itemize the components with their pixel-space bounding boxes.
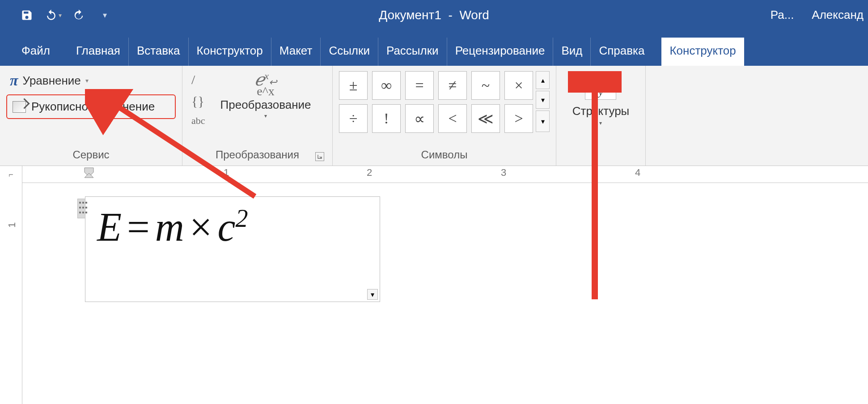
save-button[interactable] [18,6,36,24]
ruler-num-3: 3 [501,167,506,179]
symbols-scroll-up[interactable]: ▴ [536,71,550,89]
braces-button[interactable]: {} [191,94,205,109]
redo-icon [72,9,85,21]
tab-references[interactable]: Ссылки [321,38,378,66]
group-structures-label-empty [599,146,602,166]
abc-text-button[interactable]: abc [191,115,205,127]
user-name-label: Александ [812,8,864,22]
tab-file[interactable]: Файл [13,38,68,66]
symbol-greater-than[interactable]: > [504,104,533,133]
undo-dropdown-caret[interactable]: ▾ [59,12,62,19]
ruler-num-4: 4 [635,167,640,179]
symbol-times[interactable]: × [504,71,533,100]
tab-equation-design[interactable]: Конструктор [661,38,744,66]
horizontal-ruler[interactable]: 1 2 3 4 [22,166,868,183]
undo-icon [44,9,59,21]
title-bar-right: Ра... Александ [771,8,868,22]
symbol-infinity[interactable]: ∞ [372,71,401,100]
tab-layout[interactable]: Макет [271,38,321,66]
group-transformations-label: Преобразования [189,146,326,166]
fraction-icon: x y [585,71,616,100]
symbol-tilde[interactable]: ~ [471,71,500,100]
ruler-num-2: 2 [367,167,372,179]
group-structures: x y Структуры ▾ [556,66,646,166]
equation-dropdown-caret: ▾ [85,77,89,84]
vruler-num-1: 1 [6,222,18,228]
linear-slash-button[interactable]: / [191,72,205,87]
title-bar: ▾ ▾ Документ1 - Word Ра... Александ [0,0,868,30]
tab-help[interactable]: Справка [591,38,652,66]
contextual-tab-group-label: Ра... [771,8,794,22]
group-symbols-label: Символы [339,146,550,166]
structures-label: Структуры ▾ [572,104,630,126]
tab-view[interactable]: Вид [553,38,591,66]
quick-access-toolbar: ▾ ▾ [0,6,114,24]
undo-button[interactable]: ▾ [44,6,62,24]
qat-customize-button[interactable]: ▾ [96,6,114,24]
symbols-expand[interactable]: ▾ [536,111,550,132]
indent-marker[interactable] [83,166,95,181]
symbol-factorial[interactable]: ! [372,104,401,133]
symbol-plus-minus[interactable]: ± [339,71,368,100]
ruler-area: ⌐ 1 2 3 4 [0,166,868,183]
symbols-scroll-down[interactable]: ▾ [536,91,550,109]
group-transformations: / {} abc ℯx↩ e^x Преобразование ▾ Прео [182,66,333,166]
symbol-divide[interactable]: ÷ [339,104,368,133]
symbol-not-equals[interactable]: ≠ [438,71,467,100]
app-name: Word [459,8,489,22]
group-service-label: Сервис [6,146,176,166]
equation-label: Уравнение [23,74,81,88]
tab-insert[interactable]: Вставка [129,38,189,66]
convert-dropdown[interactable]: ℯx↩ e^x Преобразование ▾ [220,72,311,119]
ribbon: π Уравнение ▾ Рукописное уравнение Серви… [0,66,868,166]
symbols-grid: ± ∞ = ≠ ~ × ÷ ! ∝ < ≪ > [339,69,533,146]
tab-mailings[interactable]: Рассылки [378,38,447,66]
tab-home[interactable]: Главная [68,38,129,66]
ink-equation-button[interactable]: Рукописное уравнение [6,94,176,119]
document-area: 1 E=m×c2 ▾ [0,183,868,404]
tab-design[interactable]: Конструктор [189,38,271,66]
equation-options-button[interactable]: ▾ [367,289,378,300]
tab-review[interactable]: Рецензирование [447,38,554,66]
equation-content[interactable]: E=m×c2 [97,204,368,250]
redo-button[interactable] [70,6,88,24]
save-icon [21,9,33,21]
symbols-scroll: ▴ ▾ ▾ [536,71,550,146]
window-title: Документ1 - Word [379,8,489,22]
ink-equation-icon [13,101,26,113]
ruler-corner: ⌐ [0,166,22,183]
structures-dropdown[interactable]: x y Структуры ▾ [572,71,630,126]
symbol-equals[interactable]: = [405,71,434,100]
vertical-ruler[interactable]: 1 [0,183,22,404]
group-service: π Уравнение ▾ Рукописное уравнение Серви… [0,66,182,166]
pi-icon: π [10,72,18,89]
equation-container[interactable]: E=m×c2 ▾ [85,196,380,302]
symbol-less-than[interactable]: < [438,104,467,133]
document-name: Документ1 [379,8,441,22]
transformations-launcher[interactable] [315,152,324,161]
ruler-num-1: 1 [224,167,229,179]
convert-label: Преобразование ▾ [220,98,311,119]
ribbon-tabs: Файл Главная Вставка Конструктор Макет С… [0,30,868,66]
equation-dropdown[interactable]: π Уравнение ▾ [6,69,176,92]
equation-move-handle[interactable] [77,199,85,218]
symbol-proportional[interactable]: ∝ [405,104,434,133]
page[interactable]: E=m×c2 ▾ [22,183,868,404]
symbol-much-less[interactable]: ≪ [471,104,500,133]
group-symbols: ± ∞ = ≠ ~ × ÷ ! ∝ < ≪ > ▴ ▾ ▾ Символы [333,66,556,166]
ink-equation-label: Рукописное уравнение [31,100,155,114]
ex-icon-bottom: e^x [257,86,275,96]
